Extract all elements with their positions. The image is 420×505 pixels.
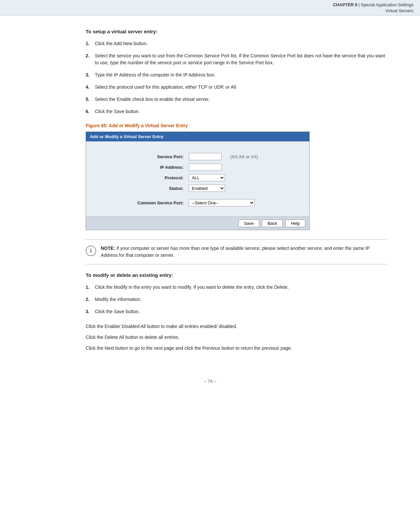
- header-subtitle: Virtual Servers: [7, 8, 413, 14]
- modify-step-num-1: 1.: [86, 284, 95, 291]
- service-port-input[interactable]: [189, 153, 222, 160]
- common-service-select-cell[interactable]: --Select One--: [186, 197, 261, 208]
- step-num-5: 5.: [86, 96, 95, 103]
- service-port-input-cell[interactable]: [186, 151, 228, 162]
- step-text-3: Type the IP Address of the computer in t…: [95, 72, 215, 78]
- status-select[interactable]: Enabled Disabled: [189, 185, 225, 192]
- protocol-select-cell[interactable]: ALL TCP UDP: [186, 172, 228, 183]
- step-text-4: Select the protocol used for this applic…: [95, 84, 237, 91]
- back-button[interactable]: Back: [262, 220, 283, 227]
- step-num-1: 1.: [86, 40, 95, 47]
- modify-steps-list: 1. Click the Modify in the entry you wan…: [86, 284, 387, 315]
- modify-step-3: 3. Click the Save button.: [86, 308, 387, 315]
- modify-step-2: 2. Modify the information.: [86, 296, 387, 303]
- section2-heading: To modify or delete an existing entry:: [86, 272, 387, 278]
- ui-box-body: Service Port: (XX-XX or XX) IP Address: …: [86, 141, 309, 217]
- page-footer: – 74 –: [0, 369, 420, 390]
- help-button[interactable]: Help: [285, 220, 305, 227]
- para-next-prev: Click the Next button to go to the next …: [86, 345, 387, 352]
- setup-step-5: 5. Select the Enable check box to enable…: [86, 96, 387, 103]
- setup-step-3: 3. Type the IP Address of the computer i…: [86, 72, 387, 78]
- ip-address-row: IP Address:: [135, 162, 261, 172]
- ip-address-input-cell[interactable]: [186, 162, 228, 172]
- protocol-label: Protocol:: [135, 172, 186, 183]
- note-text: NOTE: If your computer or server has mor…: [101, 245, 387, 259]
- step-text-6: Click the Save button.: [95, 108, 140, 115]
- setup-step-4: 4. Select the protocol used for this app…: [86, 84, 387, 91]
- section1-heading: To setup a virtual server entry:: [86, 29, 387, 34]
- step-text-5: Select the Enable check box to enable th…: [95, 96, 210, 103]
- ui-mockup-box: Add or Modify a Virtual Server Entry Ser…: [86, 132, 310, 230]
- setup-steps-list: 1. Click the Add New button. 2. Select t…: [86, 40, 387, 115]
- save-button[interactable]: Save: [238, 220, 260, 227]
- chapter-label: CHAPTER 9: [333, 2, 357, 7]
- common-service-select[interactable]: --Select One--: [189, 199, 255, 206]
- section2: To modify or delete an existing entry: 1…: [86, 272, 387, 352]
- service-port-label: Service Port:: [135, 151, 186, 162]
- modify-step-text-2: Modify the information.: [95, 296, 142, 303]
- step-text-1: Click the Add New button.: [95, 40, 148, 47]
- modify-step-num-2: 2.: [86, 296, 95, 303]
- note-section: i NOTE: If your computer or server has m…: [86, 239, 387, 264]
- step-text-2: Select the service you want to use from …: [95, 52, 387, 66]
- ui-box-footer: Save Back Help: [86, 217, 309, 230]
- note-body: If your computer or server has more than…: [101, 246, 370, 258]
- status-row: Status: Enabled Disabled: [135, 183, 261, 193]
- info-icon: i: [86, 246, 96, 256]
- step-num-4: 4.: [86, 84, 95, 91]
- ui-box-header: Add or Modify a Virtual Server Entry: [86, 132, 309, 141]
- modify-step-1: 1. Click the Modify in the entry you wan…: [86, 284, 387, 291]
- protocol-row: Protocol: ALL TCP UDP: [135, 172, 261, 183]
- modify-step-text-1: Click the Modify in the entry you want t…: [95, 284, 289, 291]
- common-service-row: Common Service Port: --Select One--: [135, 197, 261, 208]
- ip-address-label: IP Address:: [135, 162, 186, 172]
- modify-step-text-3: Click the Save button.: [95, 308, 140, 315]
- note-label: NOTE:: [101, 246, 115, 251]
- service-port-hint: (XX-XX or XX): [228, 151, 261, 162]
- ip-address-input[interactable]: [189, 163, 222, 171]
- page-number: – 74 –: [204, 379, 216, 384]
- form-table: Service Port: (XX-XX or XX) IP Address: …: [135, 147, 261, 212]
- setup-step-2: 2. Select the service you want to use fr…: [86, 52, 387, 66]
- step-num-2: 2.: [86, 52, 95, 66]
- page-header: CHAPTER 9 | Special Application Settings…: [0, 0, 420, 15]
- header-separator: |: [357, 2, 361, 7]
- figure-caption: Figure 65: Add or Modify a Virtual Serve…: [86, 123, 387, 128]
- header-title: Special Application Settings: [361, 2, 413, 7]
- modify-step-num-3: 3.: [86, 308, 95, 315]
- step-num-3: 3.: [86, 72, 95, 78]
- step-num-6: 6.: [86, 108, 95, 115]
- para-enable-disable: Click the Enable/ Disabled All button to…: [86, 323, 387, 330]
- protocol-select[interactable]: ALL TCP UDP: [189, 174, 225, 181]
- status-label: Status:: [135, 183, 186, 193]
- service-port-row: Service Port: (XX-XX or XX): [135, 151, 261, 162]
- setup-step-6: 6. Click the Save button.: [86, 108, 387, 115]
- para-delete-all: Click the Delete All button to delete al…: [86, 334, 387, 341]
- common-service-label: Common Service Port:: [135, 197, 186, 208]
- setup-step-1: 1. Click the Add New button.: [86, 40, 387, 47]
- main-content: To setup a virtual server entry: 1. Clic…: [0, 15, 420, 369]
- status-select-cell[interactable]: Enabled Disabled: [186, 183, 228, 193]
